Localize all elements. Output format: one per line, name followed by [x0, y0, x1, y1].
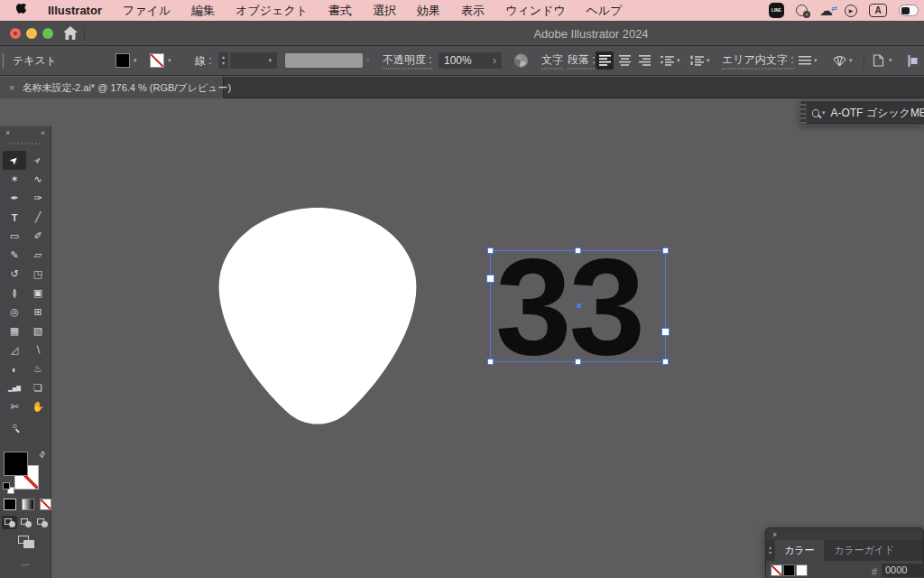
selection-handle-bottom-right[interactable]: [662, 359, 669, 365]
menu-help[interactable]: ヘルプ: [587, 3, 623, 19]
draw-inside-button[interactable]: [34, 516, 50, 529]
perspective-grid-tool[interactable]: ⊞: [26, 303, 50, 322]
bullet-list-button[interactable]: [658, 51, 676, 70]
edit-toolbar-button[interactable]: …: [0, 557, 51, 567]
menu-select[interactable]: 選択: [373, 3, 396, 19]
selection-tool[interactable]: ➤: [3, 151, 26, 170]
minimize-window-button[interactable]: [26, 28, 37, 39]
menu-illustrator[interactable]: Illustrator: [48, 4, 102, 17]
status-muted-icon[interactable]: ×: [796, 5, 808, 16]
close-window-button[interactable]: [10, 28, 21, 39]
pencil-tool[interactable]: ✎: [3, 246, 26, 265]
selection-center-point[interactable]: [577, 303, 581, 308]
align-to-artboard-icon[interactable]: [904, 51, 922, 70]
document-tab[interactable]: × 名称未設定-2.ai* @ 176.4 % (RGB/プレビュー): [0, 77, 224, 98]
selection-handle-top-left[interactable]: [487, 247, 494, 254]
curvature-tool[interactable]: ✑: [26, 189, 50, 208]
stroke-profile-dropdown[interactable]: [285, 53, 363, 68]
fill-color-swatch[interactable]: [116, 53, 130, 68]
eyedropper-tool[interactable]: ∖: [26, 340, 50, 359]
slice-tool[interactable]: ✄: [3, 397, 26, 416]
tab-color[interactable]: カラー: [775, 540, 824, 561]
numbered-chevron-icon[interactable]: ▾: [707, 57, 710, 64]
fill-proxy-swatch[interactable]: [4, 452, 28, 476]
shape-builder-tool[interactable]: ◎: [3, 303, 26, 322]
magic-wand-tool[interactable]: ✶: [3, 170, 26, 189]
text-in-port-handle[interactable]: [486, 275, 494, 283]
align-right-button[interactable]: [635, 51, 653, 70]
text-out-port-handle[interactable]: [661, 328, 670, 336]
toggle-switch-icon[interactable]: [899, 5, 919, 16]
selection-handle-bottom-left[interactable]: [487, 359, 494, 365]
toolbar-drag-handle[interactable]: [10, 143, 41, 144]
type-tool[interactable]: T: [3, 208, 26, 227]
apple-menu-icon[interactable]: [15, 4, 27, 17]
paintbrush-tool[interactable]: ✐: [26, 227, 50, 246]
tab-color-guide[interactable]: カラーガイド: [825, 540, 903, 561]
menu-type[interactable]: 書式: [328, 3, 352, 19]
stroke-weight-field[interactable]: ▾: [230, 52, 277, 69]
align-left-button[interactable]: [596, 51, 614, 70]
draw-behind-button[interactable]: [18, 516, 33, 529]
hand-tool[interactable]: ✋: [26, 397, 50, 416]
close-document-icon[interactable]: ×: [9, 82, 14, 93]
area-type-label[interactable]: エリア内文字 :: [722, 52, 794, 70]
gradient-tool[interactable]: ▧: [26, 322, 50, 340]
white-pick-shape[interactable]: [203, 200, 432, 434]
envelope-warp-button[interactable]: [830, 51, 848, 70]
swap-fill-stroke-icon[interactable]: ⇄: [37, 449, 48, 460]
draw-normal-button[interactable]: [2, 516, 17, 529]
menu-view[interactable]: 表示: [461, 3, 485, 19]
lasso-tool[interactable]: ∿: [26, 170, 50, 189]
panel-grip[interactable]: [800, 101, 807, 125]
artboard-tool[interactable]: ❏: [26, 378, 50, 397]
document-setup-button[interactable]: [869, 51, 887, 70]
menu-effect[interactable]: 効果: [417, 3, 440, 19]
menu-file[interactable]: ファイル: [123, 3, 171, 19]
screen-record-icon[interactable]: ▶: [845, 5, 857, 17]
area-options-chevron-icon[interactable]: ▾: [814, 57, 818, 64]
input-source-icon[interactable]: A: [869, 4, 887, 17]
document-chevron-icon[interactable]: ▾: [889, 57, 892, 64]
hex-value-field[interactable]: 0000: [882, 564, 924, 577]
gradient-mode-button[interactable]: [22, 499, 34, 510]
blend-tool[interactable]: ◐: [3, 359, 26, 378]
area-type-options-button[interactable]: [796, 51, 814, 70]
opacity-more-icon[interactable]: ›: [493, 54, 496, 67]
none-swatch[interactable]: [771, 564, 782, 576]
symbol-sprayer-tool[interactable]: ♨: [26, 359, 50, 378]
paragraph-panel-link[interactable]: 段落 :: [568, 52, 596, 70]
selection-handle-top-mid[interactable]: [575, 247, 581, 254]
selection-handle-bottom-mid[interactable]: [575, 359, 581, 365]
width-tool[interactable]: ≬: [3, 284, 26, 303]
color-panel-close-icon[interactable]: ×: [772, 530, 777, 539]
black-swatch[interactable]: [783, 564, 795, 576]
align-center-button[interactable]: [615, 51, 633, 70]
white-swatch[interactable]: [796, 564, 808, 576]
font-search-input[interactable]: A-OTF ゴシックMB1: [830, 106, 924, 121]
warp-chevron-icon[interactable]: ▾: [849, 57, 853, 64]
stroke-color-swatch[interactable]: [150, 53, 164, 68]
panel-stack-icon[interactable]: ▴▾: [769, 545, 772, 555]
mesh-tool[interactable]: ▦: [3, 322, 26, 340]
search-chevron-icon[interactable]: ▾: [822, 109, 826, 117]
creative-cloud-icon[interactable]: ☁⇄: [819, 0, 833, 21]
character-panel-link[interactable]: 文字: [541, 52, 563, 70]
menu-object[interactable]: オブジェクト: [236, 3, 308, 19]
menu-edit[interactable]: 編集: [191, 3, 215, 19]
selection-handle-top-right[interactable]: [662, 247, 669, 254]
menu-window[interactable]: ウィンドウ: [505, 3, 566, 19]
recolor-artwork-icon[interactable]: [514, 54, 528, 68]
home-button[interactable]: [63, 26, 78, 40]
pen-tool[interactable]: ✒: [3, 189, 26, 208]
line-segment-tool[interactable]: ╱: [26, 208, 50, 227]
line-app-icon[interactable]: LINE: [769, 3, 784, 18]
opacity-field[interactable]: 100% ›: [439, 52, 502, 69]
free-transform-tool[interactable]: ▣: [26, 284, 50, 303]
toolbar-close-icon[interactable]: ×: [5, 128, 10, 137]
zoom-tool[interactable]: ○: [3, 416, 26, 435]
rectangle-tool[interactable]: ▭: [3, 227, 26, 246]
numbered-list-button[interactable]: [688, 51, 706, 70]
opacity-label[interactable]: 不透明度 :: [383, 52, 432, 70]
stroke-weight-stepper[interactable]: ▴▾: [218, 52, 228, 69]
